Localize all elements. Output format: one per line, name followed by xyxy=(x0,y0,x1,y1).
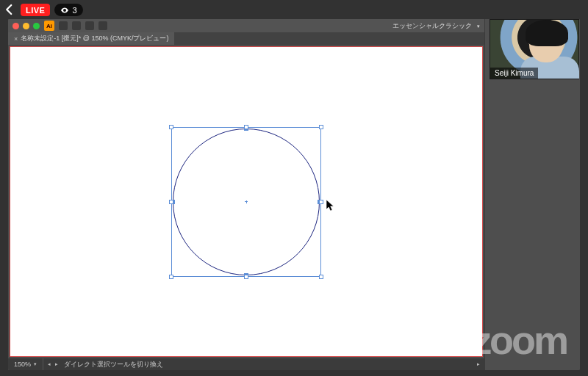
document-tab-bar: × 名称未設定-1 [復元]* @ 150% (CMYK/プレビュー) xyxy=(8,32,484,45)
illustrator-logo-icon: Ai xyxy=(44,21,54,31)
resize-handle[interactable] xyxy=(319,125,323,129)
selected-object[interactable] xyxy=(173,129,320,275)
close-icon[interactable] xyxy=(12,23,19,29)
minimize-icon[interactable] xyxy=(23,23,29,29)
status-bar: 150% ▾ ◂ ▸ ダイレクト選択ツールを切り換え ▸ xyxy=(8,358,484,370)
toolbar-icon[interactable] xyxy=(72,21,81,30)
canvas-area[interactable] xyxy=(8,45,484,358)
viewer-count: 3 xyxy=(72,6,76,15)
toolbar-icon[interactable] xyxy=(98,21,107,30)
viewer-count-pill[interactable]: 3 xyxy=(54,4,82,16)
resize-handle[interactable] xyxy=(319,275,323,279)
chevron-left-icon xyxy=(3,3,16,16)
workspace-switcher[interactable]: エッセンシャルクラシック ▾ xyxy=(392,21,480,31)
participant-name-label: Seiji Kimura xyxy=(490,68,538,79)
participant-video-tile[interactable]: Seiji Kimura xyxy=(490,19,579,79)
status-message: ダイレクト選択ツールを切り換え xyxy=(58,360,473,369)
window-controls[interactable] xyxy=(12,23,40,29)
chevron-down-icon: ▾ xyxy=(34,361,37,367)
chevron-left-icon[interactable]: ◂ xyxy=(43,361,55,367)
resize-handle[interactable] xyxy=(169,125,173,129)
workspace-name: エッセンシャルクラシック xyxy=(392,22,472,29)
live-badge: LIVE xyxy=(21,4,50,16)
center-point-icon xyxy=(245,200,248,203)
toolbar-icon[interactable] xyxy=(59,21,68,30)
stream-topbar: LIVE 3 xyxy=(0,0,588,19)
resize-handle[interactable] xyxy=(169,200,173,204)
back-button[interactable] xyxy=(3,3,16,16)
chevron-down-icon: ▾ xyxy=(477,24,480,29)
resize-handle[interactable] xyxy=(244,125,248,129)
zoom-level[interactable]: 150% ▾ xyxy=(8,358,43,370)
resize-handle[interactable] xyxy=(319,200,323,204)
document-tab[interactable]: × 名称未設定-1 [復元]* @ 150% (CMYK/プレビュー) xyxy=(8,32,174,45)
close-tab-icon[interactable]: × xyxy=(14,35,18,43)
chevron-right-icon[interactable]: ▸ xyxy=(473,361,484,367)
resize-handle[interactable] xyxy=(169,275,173,279)
illustrator-titlebar[interactable]: Ai エッセンシャルクラシック ▾ xyxy=(8,19,484,32)
zoom-value: 150% xyxy=(14,361,31,368)
avatar-hair xyxy=(526,20,568,46)
eye-icon xyxy=(60,6,69,15)
maximize-icon[interactable] xyxy=(33,23,40,29)
cursor-arrow-icon xyxy=(326,199,336,215)
document-tab-title: 名称未設定-1 [復元]* @ 150% (CMYK/プレビュー) xyxy=(21,34,168,43)
resize-handle[interactable] xyxy=(244,275,248,279)
toolbar-icon[interactable] xyxy=(85,21,94,30)
illustrator-window: Ai エッセンシャルクラシック ▾ × 名称未設定-1 [復元]* @ 150%… xyxy=(8,19,484,370)
app-root: LIVE 3 Ai xyxy=(0,0,588,376)
artboard[interactable] xyxy=(10,47,482,356)
app-toolbar-icons[interactable] xyxy=(59,21,107,30)
